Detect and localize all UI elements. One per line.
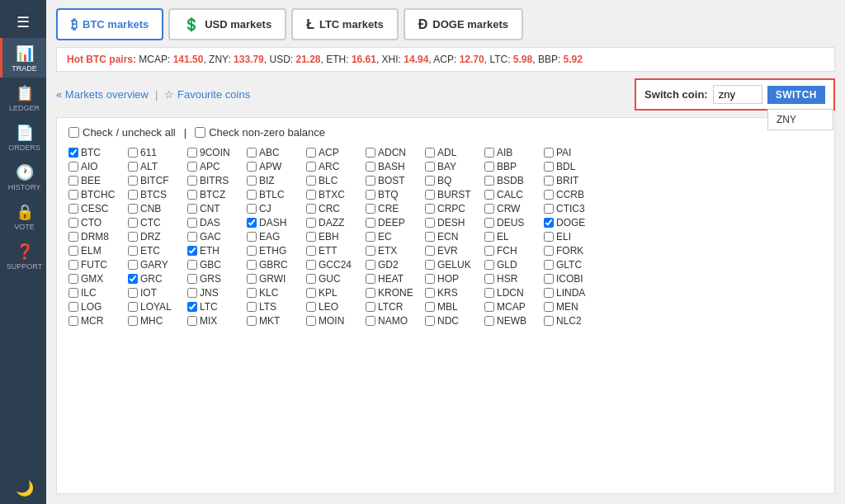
coin-checkbox-gld[interactable] [484, 260, 494, 270]
coin-label-namo[interactable]: NAMO [378, 315, 408, 327]
coin-label-apc[interactable]: APC [200, 161, 220, 172]
check-nonzero-label[interactable]: Check non-zero balance [195, 126, 325, 139]
coin-label-ebh[interactable]: EBH [319, 231, 339, 243]
coin-checkbox-drm8[interactable] [68, 232, 78, 242]
switch-coin-input[interactable] [713, 85, 762, 104]
coin-label-eli[interactable]: ELI [556, 231, 571, 243]
coin-label-leo[interactable]: LEO [319, 301, 338, 313]
coin-label-krs[interactable]: KRS [437, 287, 458, 299]
coin-checkbox-loyal[interactable] [128, 302, 138, 312]
coin-label-hsr[interactable]: HSR [497, 273, 517, 285]
coin-label-ccrb[interactable]: CCRB [556, 189, 584, 200]
coin-label-gbrc[interactable]: GBRC [259, 259, 288, 271]
coin-label-biz[interactable]: BIZ [259, 175, 275, 186]
coin-checkbox-ec[interactable] [366, 232, 375, 242]
coin-label-adl[interactable]: ADL [437, 147, 456, 158]
coin-checkbox-hop[interactable] [425, 274, 435, 284]
coin-checkbox-alt[interactable] [128, 162, 138, 172]
coin-checkbox-cnb[interactable] [128, 204, 138, 214]
check-nonzero-checkbox[interactable] [195, 127, 205, 138]
coin-checkbox-nlc2[interactable] [544, 316, 554, 326]
coin-label-aib[interactable]: AIB [497, 147, 512, 158]
coin-checkbox-bitrs[interactable] [187, 176, 197, 186]
coin-label-nlc2[interactable]: NLC2 [556, 315, 582, 327]
coin-label-men[interactable]: MEN [556, 301, 578, 313]
coin-label-moin[interactable]: MOIN [319, 315, 344, 327]
switch-button[interactable]: SWITCH [767, 86, 825, 104]
coin-label-btlc[interactable]: BTLC [259, 189, 285, 200]
coin-checkbox-cj[interactable] [247, 204, 257, 214]
coin-checkbox-grs[interactable] [187, 274, 197, 284]
coin-checkbox-pai[interactable] [544, 148, 554, 158]
coin-checkbox-etx[interactable] [366, 246, 375, 256]
coin-checkbox-cre[interactable] [366, 204, 375, 214]
coin-label-icobi[interactable]: ICOBI [556, 273, 583, 285]
coin-checkbox-klc[interactable] [247, 288, 257, 298]
coin-label-cnb[interactable]: CNB [140, 203, 161, 214]
coin-checkbox-btxc[interactable] [306, 190, 316, 200]
coin-label-kpl[interactable]: KPL [319, 287, 338, 299]
favourite-coins-link[interactable]: ☆ Favourite coins [164, 88, 250, 101]
coin-label-cnt[interactable]: CNT [200, 203, 220, 214]
coin-label-aio[interactable]: AIO [81, 161, 98, 172]
coin-checkbox-grwi[interactable] [247, 274, 257, 284]
coin-checkbox-apw[interactable] [247, 162, 257, 172]
coin-label-gbc[interactable]: GBC [200, 259, 221, 271]
coin-label-eag[interactable]: EAG [259, 231, 280, 243]
coin-label-fork[interactable]: FORK [556, 245, 583, 257]
coin-checkbox-log[interactable] [68, 302, 78, 312]
coin-label-ldcn[interactable]: LDCN [497, 287, 524, 299]
coin-label-bost[interactable]: BOST [378, 175, 405, 186]
coin-checkbox-blc[interactable] [306, 176, 316, 186]
coin-checkbox-dazz[interactable] [306, 218, 316, 228]
tab-btc-markets[interactable]: ₿ BTC markets [56, 8, 163, 40]
coin-checkbox-lts[interactable] [247, 302, 257, 312]
coin-label-ec[interactable]: EC [378, 231, 392, 243]
coin-label-btxc[interactable]: BTXC [319, 189, 345, 200]
coin-checkbox-crc[interactable] [306, 204, 316, 214]
coin-label-desh[interactable]: DESH [437, 217, 465, 228]
coin-label-mix[interactable]: MIX [200, 315, 217, 327]
coin-checkbox-bbp[interactable] [484, 162, 494, 172]
coin-checkbox-kpl[interactable] [306, 288, 316, 298]
coin-checkbox-gd2[interactable] [366, 260, 375, 270]
coin-checkbox-futc[interactable] [68, 260, 78, 270]
coin-checkbox-el[interactable] [484, 232, 494, 242]
coin-checkbox-adcn[interactable] [366, 148, 375, 158]
coin-label-iot[interactable]: IOT [140, 287, 157, 299]
coin-checkbox-btcs[interactable] [128, 190, 138, 200]
coin-checkbox-bash[interactable] [366, 162, 375, 172]
coin-checkbox-deep[interactable] [366, 218, 375, 228]
coin-label-el[interactable]: EL [497, 231, 509, 243]
coin-checkbox-mkt[interactable] [247, 316, 257, 326]
coin-checkbox-ethg[interactable] [247, 246, 257, 256]
coin-checkbox-dash[interactable] [247, 218, 257, 228]
coin-checkbox-cto[interactable] [68, 218, 78, 228]
coin-label-lts[interactable]: LTS [259, 301, 276, 313]
coin-label-bash[interactable]: BASH [378, 161, 405, 172]
coin-label-btchc[interactable]: BTCHC [81, 189, 115, 200]
coin-label-arc[interactable]: ARC [319, 161, 339, 172]
coin-label-drm8[interactable]: DRM8 [81, 231, 109, 243]
coin-label-pai[interactable]: PAI [556, 147, 571, 158]
tab-usd-markets[interactable]: 💲 USD markets [168, 8, 286, 40]
coin-label-mhc[interactable]: MHC [140, 315, 163, 327]
coin-label-btcz[interactable]: BTCZ [200, 189, 225, 200]
coin-label-abc[interactable]: ABC [259, 147, 280, 158]
coin-checkbox-ltcr[interactable] [366, 302, 375, 312]
coin-label-loyal[interactable]: LOYAL [140, 301, 172, 313]
coin-checkbox-cesc[interactable] [68, 204, 78, 214]
coin-checkbox-ccrb[interactable] [544, 190, 554, 200]
coin-label-crc[interactable]: CRC [319, 203, 340, 214]
switch-dropdown-item-zny[interactable]: ZNY [768, 110, 833, 130]
coin-checkbox-bdl[interactable] [544, 162, 554, 172]
coin-label-bitrs[interactable]: BITRS [200, 175, 229, 186]
coin-label-fch[interactable]: FCH [497, 245, 517, 257]
coin-label-deus[interactable]: DEUS [497, 217, 524, 228]
coin-checkbox-mhc[interactable] [128, 316, 138, 326]
markets-overview-link[interactable]: « Markets overview [56, 88, 149, 101]
coin-label-etx[interactable]: ETX [378, 245, 397, 257]
coin-label-linda[interactable]: LINDA [556, 287, 585, 299]
coin-label-mbl[interactable]: MBL [437, 301, 458, 313]
sidebar-item-trade[interactable]: 📊 TRADE [0, 38, 46, 78]
